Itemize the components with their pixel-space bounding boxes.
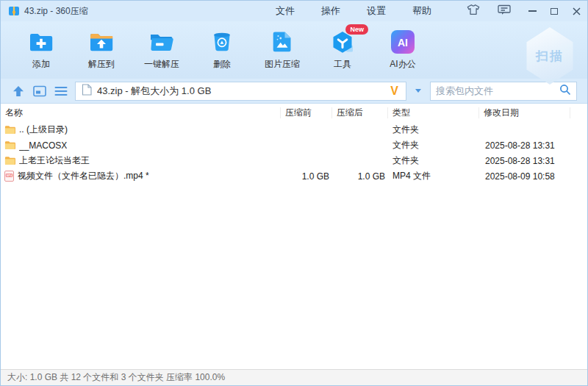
app-window: { "window": { "title": "43.zip - 360压缩",… [0, 0, 588, 386]
svg-text:AI: AI [398, 37, 408, 49]
address-row: 43.zip - 解包大小为 1.0 GB V [1, 79, 587, 104]
status-text: 大小: 1.0 GB 共 12 个文件和 3 个文件夹 压缩率 100.0% [7, 371, 225, 384]
folder-oneclick-icon [148, 29, 175, 54]
file-name: .. (上级目录) [19, 124, 68, 136]
toolbar-button-label: 图片压缩 [265, 58, 300, 71]
file-list: .. (上级目录)文件夹__MACOSX文件夹2025-08-28 13:31上… [1, 122, 587, 184]
list-view-icon[interactable] [54, 84, 68, 99]
folder-extract-icon [88, 29, 115, 54]
feedback-icon[interactable] [498, 4, 511, 18]
v-badge-icon[interactable]: V [390, 85, 400, 97]
window-title: 43.zip - 360压缩 [24, 5, 88, 18]
list-pane: 名称压缩前压缩后类型修改日期 .. (上级目录)文件夹__MACOSX文件夹20… [1, 104, 587, 369]
view-mode-icon[interactable] [32, 84, 47, 99]
column-header-3[interactable]: 类型 [388, 107, 479, 118]
svg-text:MP4: MP4 [7, 174, 12, 177]
toolbar-button-label: 解压到 [88, 58, 115, 71]
archive-path-box[interactable]: 43.zip - 解包大小为 1.0 GB V [75, 82, 406, 101]
column-header-4[interactable]: 修改日期 [479, 107, 570, 118]
titlebar-extra-icons [467, 4, 511, 18]
file-name-cell: 上老王论坛当老王 [1, 154, 281, 167]
table-row[interactable]: 上老王论坛当老王文件夹2025-08-28 13:31 [1, 153, 587, 168]
search-icon[interactable] [559, 84, 571, 99]
app-logo-icon [8, 5, 20, 17]
toolbar-buttons: 添加解压到一键解压删除图片压缩New工具AIAI办公 [11, 29, 433, 71]
file-name-cell: .. (上级目录) [1, 124, 281, 136]
window-controls [521, 1, 587, 21]
up-directory-icon[interactable] [11, 84, 26, 99]
type-cell: MP4 文件 [388, 170, 479, 182]
folder-add-icon [28, 29, 54, 54]
folder-icon [4, 125, 15, 135]
mp4-icon: MP4 [4, 171, 14, 182]
list-header: 名称压缩前压缩后类型修改日期 [1, 104, 587, 122]
toolbar-button-label: 删除 [213, 58, 231, 71]
table-row[interactable]: MP4视频文件（文件名已隐去）.mp4 *1.0 GB1.0 GBMP4 文件2… [1, 168, 587, 184]
image-compress-icon [269, 29, 295, 54]
file-name-cell: __MACOSX [1, 140, 281, 151]
title-bar: 43.zip - 360压缩 文件操作设置帮助 [1, 1, 587, 21]
file-name: __MACOSX [19, 140, 67, 151]
chevron-down-icon [415, 89, 421, 93]
toolbar-button-extract-to[interactable]: 解压到 [71, 29, 132, 71]
file-name-cell: MP4视频文件（文件名已隐去）.mp4 * [1, 170, 281, 182]
toolbar-button-image-compress[interactable]: 图片压缩 [252, 29, 312, 71]
folder-icon [4, 140, 15, 150]
menu-help[interactable]: 帮助 [412, 4, 431, 18]
tools-hexagon-icon: New [329, 29, 356, 54]
size-before-cell: 1.0 GB [281, 171, 332, 182]
toolbar-button-one-click-extract[interactable]: 一键解压 [132, 29, 192, 71]
table-row[interactable]: .. (上级目录)文件夹 [1, 122, 587, 137]
skin-shirt-icon[interactable] [467, 4, 480, 18]
type-cell: 文件夹 [388, 154, 479, 167]
menu-operations[interactable]: 操作 [321, 4, 340, 18]
toolbar-button-label: 一键解压 [144, 58, 179, 71]
archive-path-text: 43.zip - 解包大小为 1.0 GB [97, 85, 385, 98]
size-after-cell: 1.0 GB [332, 171, 388, 182]
scan-label: 扫描 [536, 48, 564, 65]
toolbar-button-label: 添加 [32, 58, 50, 71]
date-cell: 2025-08-28 13:31 [479, 156, 570, 166]
path-dropdown-button[interactable] [413, 84, 423, 99]
toolbar-button-delete[interactable]: 删除 [192, 29, 252, 71]
toolbar-button-label: AI办公 [390, 58, 415, 71]
table-row[interactable]: __MACOSX文件夹2025-08-28 13:31 [1, 137, 587, 153]
maximize-button[interactable] [543, 1, 565, 21]
menubar: 文件操作设置帮助 [276, 4, 431, 18]
column-header-2[interactable]: 压缩后 [332, 107, 388, 118]
status-bar: 大小: 1.0 GB 共 12 个文件和 3 个文件夹 压缩率 100.0% [1, 369, 587, 385]
new-badge: New [345, 24, 368, 35]
document-icon [82, 84, 92, 99]
column-header-filler [570, 107, 587, 118]
minimize-button[interactable] [521, 1, 543, 21]
close-button[interactable] [565, 1, 587, 21]
menu-file[interactable]: 文件 [276, 4, 295, 18]
ai-icon: AI [390, 29, 416, 54]
search-box [430, 82, 577, 101]
type-cell: 文件夹 [388, 124, 479, 136]
toolbar-button-ai-office[interactable]: AIAI办公 [373, 29, 433, 71]
column-header-0[interactable]: 名称 [1, 107, 281, 118]
column-header-1[interactable]: 压缩前 [281, 107, 332, 118]
search-input[interactable] [436, 85, 559, 96]
toolbar-button-add[interactable]: 添加 [11, 29, 71, 71]
toolbar: 添加解压到一键解压删除图片压缩New工具AIAI办公 扫描 [1, 21, 587, 79]
trash-icon [209, 29, 235, 54]
toolbar-button-tools[interactable]: New工具 [312, 29, 373, 71]
folder-icon [4, 156, 15, 165]
toolbar-button-label: 工具 [334, 58, 351, 71]
scan-shield-button[interactable]: 扫描 [524, 27, 576, 85]
file-name: 上老王论坛当老王 [19, 154, 90, 167]
file-name: 视频文件（文件名已隐去）.mp4 * [18, 170, 149, 182]
type-cell: 文件夹 [388, 139, 479, 151]
menu-settings[interactable]: 设置 [367, 4, 386, 18]
date-cell: 2025-08-28 13:31 [479, 140, 570, 151]
date-cell: 2025-08-09 10:58 [479, 171, 570, 182]
